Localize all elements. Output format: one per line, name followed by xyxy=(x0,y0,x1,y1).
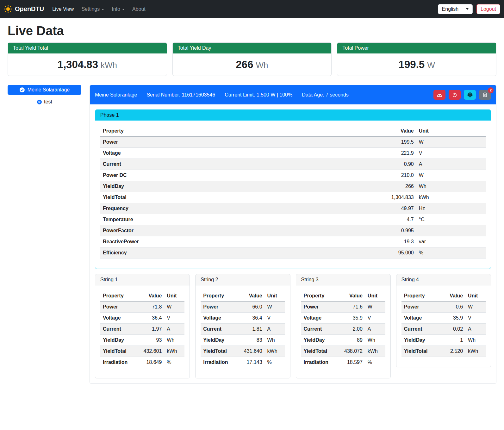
string-card: String 4PropertyValueUnitPower0.6WVoltag… xyxy=(396,274,491,367)
data-table: PropertyValueUnitPower71.8WVoltage36.4VC… xyxy=(100,290,184,368)
inverter-card-body: Phase 1 PropertyValueUnitPower199.5WVolt… xyxy=(90,104,496,383)
summary-card-title: Total Yield Total xyxy=(8,43,167,53)
unit-cell: kWh xyxy=(164,346,184,357)
table-row: YieldTotal1,304.833kWh xyxy=(100,192,486,203)
nav-about[interactable]: About xyxy=(128,4,149,15)
property-cell: Voltage xyxy=(201,313,234,324)
column-header: Value xyxy=(335,290,365,302)
gauge-icon xyxy=(437,92,442,98)
table-row: PowerFactor0.995 xyxy=(100,225,486,236)
string-card-title: String 2 xyxy=(196,274,290,285)
logout-button[interactable]: Logout xyxy=(476,4,500,14)
table-row: Temperature4.7°C xyxy=(100,214,486,225)
property-cell: YieldDay xyxy=(401,335,435,346)
table-row: Current1.97A xyxy=(100,324,184,335)
value-cell: 18.597 xyxy=(335,357,365,368)
value-cell: 0.995 xyxy=(289,225,416,236)
property-cell: Current xyxy=(100,159,289,170)
property-cell: Voltage xyxy=(301,313,335,324)
sidebar-item-meine-solaranlage[interactable]: Meine Solaranlage xyxy=(8,85,81,95)
table-row: Current2.00A xyxy=(301,324,385,335)
table-row: Frequency49.97Hz xyxy=(100,203,486,214)
data-table: PropertyValueUnitPower199.5WVoltage221.9… xyxy=(100,126,486,259)
summary-card-body: 1,304.83kWh xyxy=(8,53,167,76)
table-row: YieldDay89Wh xyxy=(301,335,385,346)
value-cell: 2.00 xyxy=(335,324,365,335)
inverter-serial: Serial Number: 116171603546 xyxy=(146,92,215,98)
value-cell: 432.601 xyxy=(134,346,165,357)
unit-cell: % xyxy=(416,247,486,259)
property-cell: Frequency xyxy=(100,203,289,214)
property-cell: PowerFactor xyxy=(100,225,289,236)
table-row: Voltage35.9V xyxy=(301,313,385,324)
unit-cell: Wh xyxy=(465,335,486,346)
unit-cell: W xyxy=(265,302,285,313)
value-cell: 4.7 xyxy=(289,214,416,225)
value-cell: 49.97 xyxy=(289,203,416,214)
value-cell: 83 xyxy=(234,335,265,346)
value-cell: 18.649 xyxy=(134,357,165,368)
phase-card: Phase 1 PropertyValueUnitPower199.5WVolt… xyxy=(95,109,491,269)
device-info-button[interactable] xyxy=(464,90,476,100)
language-select[interactable]: English xyxy=(438,4,473,14)
value-cell: 210.0 xyxy=(289,170,416,181)
sidebar-item-test[interactable]: test xyxy=(8,99,81,105)
data-table: PropertyValueUnitPower66.0WVoltage36.4VC… xyxy=(201,290,285,368)
value-cell: 1.81 xyxy=(234,324,265,335)
unit-cell: kWh xyxy=(416,192,486,203)
power-settings-button[interactable] xyxy=(449,90,461,100)
table-row: Power0.6W xyxy=(401,302,486,313)
summary-cards: Total Yield Total 1,304.83kWh Total Yiel… xyxy=(8,42,496,76)
brand[interactable]: OpenDTU xyxy=(4,5,44,13)
summary-unit: kWh xyxy=(101,60,117,70)
value-cell: 17.143 xyxy=(234,357,265,368)
value-cell: 221.9 xyxy=(289,148,416,159)
table-row: Voltage36.4V xyxy=(201,313,285,324)
table-row: ReactivePower19.3var xyxy=(100,236,486,247)
unit-cell: A xyxy=(365,324,385,335)
table-header-row: PropertyValueUnit xyxy=(301,290,385,302)
strings-row: String 1PropertyValueUnitPower71.8WVolta… xyxy=(95,274,491,378)
unit-cell: A xyxy=(265,324,285,335)
property-cell: Power xyxy=(100,137,289,148)
nav-settings[interactable]: Settings xyxy=(78,4,108,15)
unit-cell: °C xyxy=(416,214,486,225)
unit-cell: Wh xyxy=(365,335,385,346)
journal-icon xyxy=(482,92,488,97)
unit-cell: % xyxy=(164,357,184,368)
summary-card-total-yield-day: Total Yield Day 266Wh xyxy=(172,42,332,76)
value-cell: 0.6 xyxy=(435,302,465,313)
nav-live-view[interactable]: Live View xyxy=(48,4,78,15)
inverter-card: Meine Solaranlage Serial Number: 1161716… xyxy=(90,85,496,384)
value-cell: 35.9 xyxy=(435,313,465,324)
string-card-body: PropertyValueUnitPower0.6WVoltage35.9VCu… xyxy=(396,285,491,367)
unit-cell: kWh xyxy=(365,346,385,357)
unit-cell: W xyxy=(416,170,486,181)
unit-cell xyxy=(416,225,486,236)
summary-card-total-power: Total Power 199.5W xyxy=(337,42,496,76)
event-log-button[interactable]: 2 xyxy=(479,90,491,100)
inverter-limit: Current Limit: 1,500 W | 100% xyxy=(225,92,292,98)
unit-cell: V xyxy=(164,313,184,324)
summary-card-body: 199.5W xyxy=(337,53,496,76)
table-header-row: PropertyValueUnit xyxy=(100,126,486,137)
table-row: YieldDay83Wh xyxy=(201,335,285,346)
property-cell: YieldTotal xyxy=(100,346,134,357)
chevron-down-icon xyxy=(122,9,125,10)
property-cell: Power DC xyxy=(100,170,289,181)
value-cell: 71.8 xyxy=(134,302,165,313)
limit-settings-button[interactable] xyxy=(433,90,445,100)
property-cell: Power xyxy=(201,302,234,313)
data-table: PropertyValueUnitPower71.6WVoltage35.9VC… xyxy=(301,290,385,368)
nav-info[interactable]: Info xyxy=(108,4,128,15)
unit-cell: A xyxy=(416,159,486,170)
unit-cell: kWh xyxy=(465,346,486,357)
chevron-down-icon xyxy=(466,8,469,10)
unit-cell: V xyxy=(416,148,486,159)
summary-card-title: Total Power xyxy=(337,43,496,53)
table-row: YieldDay1Wh xyxy=(401,335,486,346)
main-content: Live Data Total Yield Total 1,304.83kWh … xyxy=(0,24,504,391)
summary-unit: W xyxy=(427,60,435,70)
content-row: Meine Solaranlage test Meine Solaranlage… xyxy=(8,85,496,384)
cpu-icon xyxy=(467,92,473,97)
